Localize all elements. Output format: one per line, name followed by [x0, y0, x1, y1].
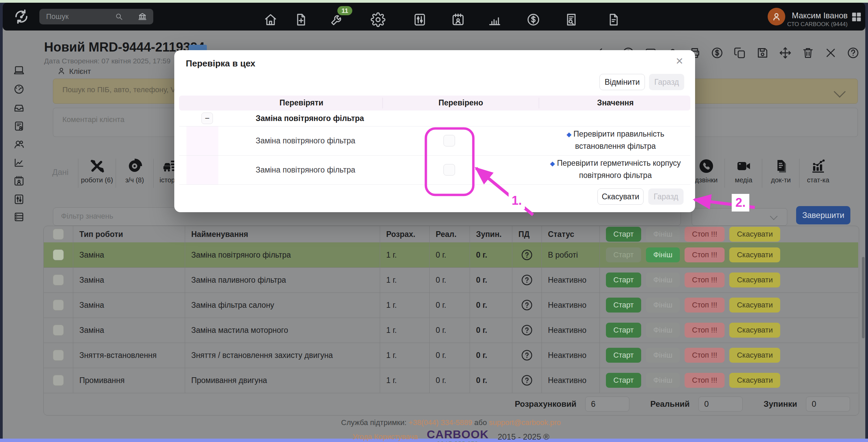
start-button[interactable]: Старт	[606, 348, 641, 363]
row-checkbox[interactable]	[53, 275, 64, 285]
tab-parts[interactable]: з/ч (8)	[116, 158, 153, 188]
row-checkbox[interactable]	[53, 249, 64, 260]
finish-button[interactable]: Фініш	[646, 298, 680, 313]
table-row[interactable]: Заміна Заміна повітряного фільтра 1 г. 0…	[44, 242, 858, 268]
sidebar-item-schedule[interactable]	[13, 175, 25, 187]
tab-documents[interactable]: док-ти	[762, 158, 800, 188]
close-order-icon[interactable]	[824, 46, 837, 60]
apps-grid-icon[interactable]	[850, 11, 863, 23]
finish-button[interactable]: Фініш	[646, 373, 680, 388]
tab-works[interactable]: роботи (6)	[78, 158, 116, 188]
stop-button[interactable]: Стоп !!!	[685, 298, 725, 313]
collapse-group-button[interactable]: −	[201, 113, 213, 124]
copy-icon[interactable]	[733, 46, 747, 60]
sidebar-item-warehouse[interactable]	[13, 211, 25, 223]
carbook-logo-icon[interactable]	[12, 7, 31, 26]
user-name[interactable]: Максим Іванов	[694, 11, 848, 20]
help-icon[interactable]	[846, 46, 860, 60]
sidebar-item-analytics[interactable]	[13, 157, 25, 169]
user-agreement-link[interactable]: Угода Користувача	[353, 433, 418, 441]
tab-media[interactable]: медіа	[725, 158, 762, 188]
cancel-button[interactable]: Скасувати	[729, 273, 780, 287]
row-checkbox[interactable]	[53, 350, 64, 361]
finish-button[interactable]: Фініш	[646, 247, 680, 262]
trash-icon[interactable]	[801, 46, 815, 60]
cancel-button[interactable]: Скасувати	[729, 298, 780, 313]
modal-bottom-cancel-button[interactable]: Скасувати	[597, 188, 644, 205]
question-circle-icon[interactable]	[521, 299, 533, 311]
new-document-icon[interactable]	[294, 12, 309, 27]
sliders-panel-icon[interactable]	[412, 12, 427, 27]
stop-button[interactable]: Стоп !!!	[685, 348, 725, 363]
calendar-person-icon[interactable]	[451, 12, 466, 27]
cancel-button[interactable]: Скасувати	[729, 247, 780, 262]
question-circle-icon[interactable]	[521, 375, 533, 386]
settings-gear-icon[interactable]	[371, 12, 386, 27]
sidebar-item-clients[interactable]	[13, 138, 25, 150]
table-row[interactable]: Промивання Промивання двигуна 1 г. 0 г. …	[44, 368, 858, 393]
row-type: Зняття-встановлення	[73, 343, 185, 368]
modal-top-ok-button[interactable]: Гаразд	[649, 74, 684, 90]
money-icon[interactable]	[710, 46, 724, 60]
cancel-button[interactable]: Скасувати	[729, 348, 780, 363]
question-circle-icon[interactable]	[521, 349, 533, 361]
finish-button[interactable]: Фініш	[646, 348, 680, 363]
sidebar-item-settings-panel[interactable]	[13, 193, 25, 205]
cancel-button[interactable]: Скасувати	[729, 323, 780, 338]
stop-button[interactable]: Стоп !!!	[685, 323, 725, 338]
modal-col-value: Значення	[542, 98, 688, 107]
question-circle-icon[interactable]	[521, 249, 533, 261]
sidebar-item-workstation[interactable]	[13, 64, 25, 77]
cashbox-button[interactable]	[134, 9, 151, 24]
select-all-checkbox[interactable]	[53, 229, 64, 240]
start-button[interactable]: Старт	[606, 298, 641, 313]
document-icon[interactable]	[606, 12, 621, 27]
stop-button[interactable]: Стоп !!!	[685, 373, 725, 388]
close-icon[interactable]: ✕	[673, 55, 686, 67]
cancel-all-button[interactable]: Скасувати	[729, 227, 780, 242]
tools-icon	[89, 158, 105, 174]
start-button[interactable]: Старт	[606, 247, 641, 262]
stop-all-button[interactable]: Стоп !!!	[685, 227, 725, 242]
tab-statistics[interactable]: стат-ка	[800, 158, 837, 188]
row-checkbox[interactable]	[53, 325, 64, 336]
sidebar-item-orders[interactable]	[13, 120, 25, 132]
finish-button[interactable]: Фініш	[646, 273, 680, 287]
money-icon[interactable]	[526, 12, 541, 27]
support-phone-link[interactable]: +38(044) 334-5889	[409, 418, 472, 427]
tab-data[interactable]: Дані	[52, 167, 68, 177]
table-row[interactable]: Заміна Заміна фільтра салону 1 г. 0 г. 0…	[44, 293, 858, 318]
question-circle-icon[interactable]	[521, 324, 533, 336]
table-row[interactable]: Заміна Заміна паливного фільтра 1 г. 0 г…	[44, 267, 858, 293]
save-icon[interactable]	[756, 46, 769, 60]
col-pd: ПД	[512, 226, 542, 242]
modal-row-checkbox[interactable]	[443, 135, 455, 146]
scrollbar[interactable]	[862, 257, 865, 338]
table-row[interactable]: Заміна Заміна мастила моторного 1 г. 0 г…	[44, 318, 858, 343]
finish-all-button[interactable]: Фініш	[646, 227, 680, 242]
stop-button[interactable]: Стоп !!!	[685, 247, 725, 262]
sidebar-item-dashboard[interactable]	[13, 83, 25, 95]
home-icon[interactable]	[263, 12, 278, 27]
row-checkbox[interactable]	[53, 375, 64, 386]
start-button[interactable]: Старт	[606, 373, 641, 388]
stop-button[interactable]: Стоп !!!	[685, 273, 725, 287]
modal-top-cancel-button[interactable]: Відмінити	[599, 74, 645, 90]
row-checkbox[interactable]	[53, 300, 64, 310]
start-button[interactable]: Старт	[606, 323, 641, 338]
support-email-link[interactable]: support@carbook.pro	[489, 418, 561, 427]
modal-bottom-ok-button[interactable]: Гаразд	[648, 188, 684, 205]
modal-row-checkbox[interactable]	[443, 164, 455, 176]
move-icon[interactable]	[778, 46, 792, 60]
sidebar-item-inbox[interactable]	[13, 102, 25, 114]
start-button[interactable]: Старт	[606, 273, 641, 287]
start-all-button[interactable]: Старт	[606, 227, 641, 242]
finish-order-button[interactable]: Завершити	[796, 206, 850, 224]
row-name: Заміна паливного фільтра	[185, 267, 380, 293]
bar-chart-icon[interactable]	[487, 12, 502, 27]
table-row[interactable]: Зняття-встановлення Зняття / встановленн…	[44, 343, 858, 368]
cancel-button[interactable]: Скасувати	[729, 373, 780, 388]
finish-button[interactable]: Фініш	[646, 323, 680, 338]
document-search-icon[interactable]	[564, 12, 579, 27]
question-circle-icon[interactable]	[521, 274, 533, 286]
